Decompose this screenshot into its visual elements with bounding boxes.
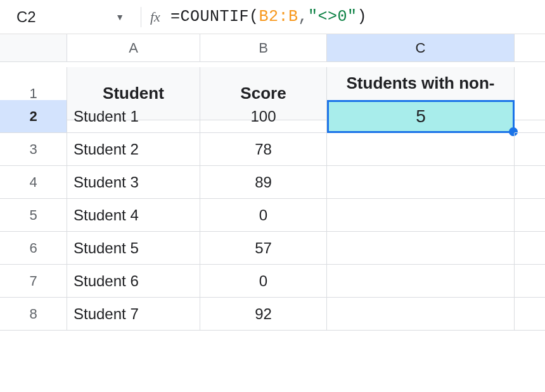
formula-eq: = [170, 8, 181, 26]
cell-C2-value: 5 [416, 106, 426, 127]
cell-edge-4[interactable] [515, 166, 545, 199]
cell-edge-8[interactable] [515, 298, 545, 331]
cell-A3[interactable]: Student 2 [67, 133, 200, 166]
formula-comma: , [298, 8, 308, 26]
cell-B5[interactable]: 0 [200, 199, 327, 232]
divider [141, 7, 141, 27]
formula-string: "<>0" [308, 8, 357, 26]
cell-C5[interactable] [327, 199, 515, 232]
formula-input[interactable]: = COUNTIF ( B2:B , "<>0" ) [170, 8, 367, 26]
cell-C4[interactable] [327, 166, 515, 199]
row-header-5[interactable]: 5 [0, 199, 67, 232]
col-header-B[interactable]: B [200, 34, 327, 62]
col-header-C[interactable]: C [327, 34, 515, 62]
cell-B8[interactable]: 92 [200, 298, 327, 331]
cell-edge-5[interactable] [515, 199, 545, 232]
row-header-2[interactable]: 2 [0, 100, 67, 133]
cell-C2[interactable]: 5 [327, 100, 515, 133]
chevron-down-icon[interactable]: ▼ [115, 12, 124, 22]
row-header-4[interactable]: 4 [0, 166, 67, 199]
cell-A5[interactable]: Student 4 [67, 199, 200, 232]
cell-A6[interactable]: Student 5 [67, 232, 200, 265]
formula-close-paren: ) [357, 8, 368, 26]
formula-bar: C2 ▼ fx = COUNTIF ( B2:B , "<>0" ) [0, 0, 545, 34]
cell-A7[interactable]: Student 6 [67, 265, 200, 298]
cell-B2[interactable]: 100 [200, 100, 327, 133]
formula-open-paren: ( [249, 8, 259, 26]
cell-C3[interactable] [327, 133, 515, 166]
row-header-8[interactable]: 8 [0, 298, 67, 331]
name-box-value: C2 [16, 8, 36, 26]
cell-A8[interactable]: Student 7 [67, 298, 200, 331]
row-header-3[interactable]: 3 [0, 133, 67, 166]
cell-B7[interactable]: 0 [200, 265, 327, 298]
name-box[interactable]: C2 ▼ [5, 0, 132, 34]
cell-A4[interactable]: Student 3 [67, 166, 200, 199]
spreadsheet-grid: A B C 1 Student Score Students with non-… [0, 34, 545, 331]
cell-B3[interactable]: 78 [200, 133, 327, 166]
formula-range: B2:B [259, 8, 298, 26]
fx-icon: fx [150, 9, 160, 25]
col-header-A[interactable]: A [67, 34, 200, 62]
cell-C6[interactable] [327, 232, 515, 265]
cell-edge-2[interactable] [515, 100, 545, 133]
row-header-7[interactable]: 7 [0, 265, 67, 298]
cell-edge-6[interactable] [515, 232, 545, 265]
col-header-edge [515, 34, 545, 62]
row-header-6[interactable]: 6 [0, 232, 67, 265]
select-all-corner[interactable] [0, 34, 67, 62]
formula-func: COUNTIF [180, 8, 249, 26]
cell-A2[interactable]: Student 1 [67, 100, 200, 133]
cell-edge-7[interactable] [515, 265, 545, 298]
cell-B6[interactable]: 57 [200, 232, 327, 265]
cell-edge-3[interactable] [515, 133, 545, 166]
cell-C8[interactable] [327, 298, 515, 331]
cell-B4[interactable]: 89 [200, 166, 327, 199]
cell-C7[interactable] [327, 265, 515, 298]
